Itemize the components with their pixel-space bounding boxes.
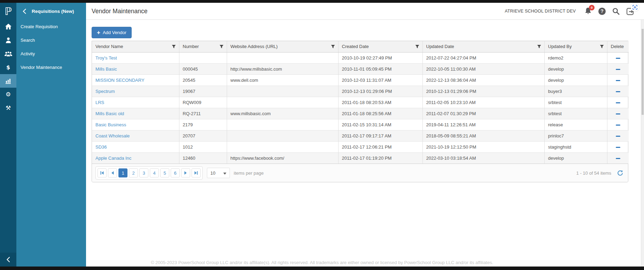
prev-page-button[interactable] [108, 168, 117, 177]
vendor-name-link[interactable]: Apple Canada Inc [95, 156, 131, 161]
sidebar-item-vendor-maintenance[interactable]: Vendor Maintenance [16, 61, 86, 74]
sidebar-item-label: Activity [21, 51, 35, 56]
url-cell [227, 130, 338, 141]
search-button[interactable] [612, 8, 620, 15]
filter-icon[interactable] [172, 45, 176, 50]
sidebar-item-create-requisition[interactable]: Create Requisition [16, 20, 86, 33]
rail-item-gear[interactable]: ⚙ [0, 88, 16, 101]
vendor-table: Vendor Name Number Website Address (URL)… [92, 41, 628, 182]
column-header-number[interactable]: Number [179, 41, 227, 52]
refresh-button[interactable] [617, 170, 623, 176]
first-page-button[interactable] [98, 168, 107, 177]
delete-button[interactable] [616, 125, 620, 126]
last-page-button[interactable] [192, 168, 201, 177]
page-button-6[interactable]: 6 [171, 168, 180, 177]
updated-by-cell: srbtest [544, 97, 607, 108]
number-cell: 2179 [179, 119, 227, 130]
vendor-name-link[interactable]: Mills Basic [95, 66, 117, 72]
table-row: Basic Business21792011-02-15 10:31:14 AM… [92, 119, 629, 130]
updated-cell: 2011-02-05 10:23:10 AM [422, 97, 544, 108]
gear-icon: ⚙ [6, 92, 11, 97]
module-title: Requisitions (New) [32, 9, 74, 14]
updated-by-cell: staginghstd [544, 141, 607, 152]
vendor-name-link[interactable]: SD36 [95, 144, 107, 150]
rail-item-users[interactable] [0, 47, 16, 61]
user-icon [6, 37, 11, 43]
created-cell: 2010-11-01 05:09:45 PM [338, 63, 422, 74]
updated-cell: 2019-04-11 12:26:51 AM [422, 119, 544, 130]
filter-icon[interactable] [331, 45, 335, 50]
created-cell: 2011-02-17 01:19:20 PM [338, 152, 422, 164]
column-header-created-date[interactable]: Created Date [338, 41, 422, 52]
next-page-button[interactable] [181, 168, 190, 177]
column-header-vendor-name[interactable]: Vendor Name [92, 41, 179, 52]
table-row: Coast Wholesale207072011-02-17 09:17:17 … [92, 130, 629, 141]
vendor-name-link[interactable]: Coast Wholesale [95, 133, 130, 138]
number-cell: RQ-2711 [179, 108, 227, 119]
help-button[interactable]: ? [598, 8, 606, 15]
rail-item-user[interactable] [0, 33, 16, 47]
items-per-page-label: items per page [234, 170, 264, 176]
delete-button[interactable] [616, 113, 620, 114]
add-vendor-button[interactable]: + Add Vendor [92, 27, 132, 38]
updated-cell: 2018-05-09 08:55:21 AM [422, 130, 544, 141]
delete-button[interactable] [616, 58, 620, 59]
vendor-name-link[interactable]: MISSION SECONDARY [95, 78, 145, 83]
rail-item-tools[interactable]: ⚒ [0, 101, 16, 115]
sidebar-item-activity[interactable]: Activity [16, 47, 86, 61]
filter-icon[interactable] [537, 45, 541, 50]
url-cell: https://www.facebook.com/ [227, 152, 338, 164]
created-cell: 2010-12-13 01:29:06 PM [338, 86, 422, 97]
page-button-2[interactable]: 2 [129, 168, 138, 177]
delete-button[interactable] [616, 102, 620, 103]
sidebar-item-search[interactable]: Search [16, 33, 86, 47]
scrollbar-thumb[interactable] [642, 29, 644, 115]
rail-item-dollar[interactable]: $ [0, 61, 16, 74]
delete-button[interactable] [616, 80, 620, 81]
refresh-icon [617, 170, 623, 176]
page-button-1[interactable]: 1 [118, 168, 127, 177]
delete-button[interactable] [616, 158, 620, 159]
delete-button[interactable] [616, 69, 620, 70]
rail-item-bar-chart[interactable] [0, 74, 16, 88]
sidebar-back-header[interactable]: Requisitions (New) [16, 3, 86, 20]
url-cell: www.millsbasic.com [227, 108, 338, 119]
number-cell: 19067 [179, 86, 227, 97]
delete-button[interactable] [616, 91, 620, 92]
delete-button[interactable] [616, 136, 620, 137]
created-cell: 2011-01-18 08:20:53 AM [338, 97, 422, 108]
filter-icon[interactable] [219, 45, 224, 50]
page-button-5[interactable]: 5 [160, 168, 169, 177]
updated-by-cell: release [544, 119, 607, 130]
column-header-updated-by[interactable]: Updated By [544, 41, 607, 52]
vertical-scrollbar[interactable] [641, 20, 644, 267]
powerschool-logo[interactable]: ℙ [0, 3, 16, 20]
url-cell [227, 52, 338, 63]
page-button-4[interactable]: 4 [150, 168, 159, 177]
vendor-name-link[interactable]: Troy's Test [95, 55, 117, 61]
vendor-name-link[interactable]: LRS [95, 100, 104, 105]
page-size-dropdown[interactable]: 10 [207, 168, 230, 178]
chevron-left-icon [23, 9, 26, 14]
updated-cell: 2010-12-13 01:29:06 PM [422, 86, 544, 97]
users-icon [5, 51, 12, 57]
number-cell: 20545 [179, 74, 227, 86]
rail-item-home[interactable] [0, 20, 16, 33]
updated-by-cell: buyer3 [544, 86, 607, 97]
page-button-3[interactable]: 3 [139, 168, 148, 177]
notifications-button[interactable]: 0 [584, 7, 592, 15]
notification-badge: 0 [589, 5, 595, 10]
table-row: Mills Basic000045http://www.millsbasic.c… [92, 63, 629, 74]
vendor-name-link[interactable]: Basic Business [95, 122, 126, 127]
column-header-website[interactable]: Website Address (URL) [227, 41, 338, 52]
delete-button[interactable] [616, 147, 620, 148]
updated-cell: 2021-10-19 12:12:50 PM [422, 141, 544, 152]
vendor-name-link[interactable]: Spectrum [95, 89, 115, 94]
filter-icon[interactable] [600, 45, 604, 50]
app-switcher-button[interactable] [626, 7, 636, 16]
filter-icon[interactable] [415, 45, 419, 50]
table-row: LRSRQW0092011-01-18 08:20:53 AM2011-02-0… [92, 97, 629, 108]
vendor-name-link[interactable]: Mills Basic old [95, 111, 124, 116]
column-header-updated-date[interactable]: Updated Date [422, 41, 544, 52]
url-cell: www.dell.com [227, 74, 338, 86]
